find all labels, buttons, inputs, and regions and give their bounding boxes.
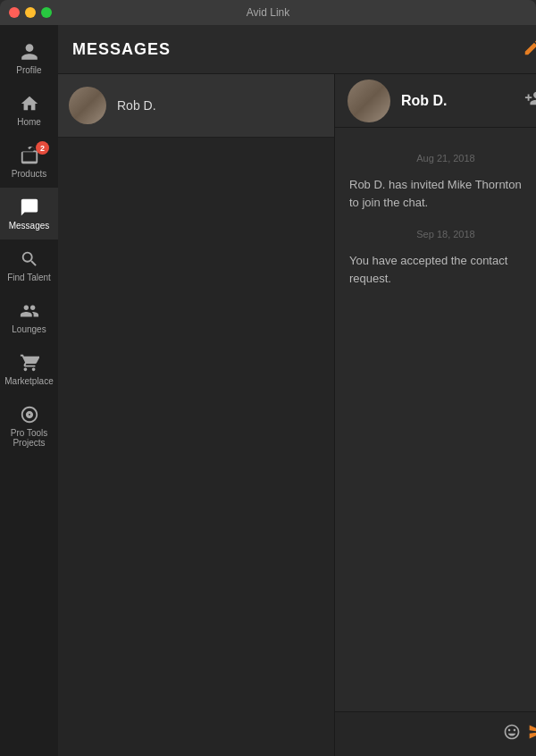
message-invite: Rob D. has invited Mike Thornton to join… [349, 176, 523, 211]
chat-area: Rob D. Aug 21, 2018 Rob D. has invited M… [335, 74, 536, 756]
sidebar-item-products[interactable]: 2 Products [0, 136, 58, 188]
conversation-name-rob-d: Rob D. [117, 98, 156, 113]
sidebar-item-pro-tools[interactable]: Pro Tools Projects [0, 395, 58, 457]
maximize-button[interactable] [41, 7, 52, 18]
window-title: Avid Link [247, 6, 289, 19]
chat-header: Rob D. [335, 74, 536, 128]
person-icon [19, 41, 40, 63]
sidebar-label-find-talent: Find Talent [7, 273, 51, 282]
send-icon [528, 723, 536, 741]
sidebar-item-marketplace[interactable]: Marketplace [0, 343, 58, 395]
add-contact-icon [524, 88, 536, 108]
products-badge: 2 [36, 141, 49, 155]
chat-contact-name: Rob D. [401, 93, 448, 109]
chat-messages: Aug 21, 2018 Rob D. has invited Mike Tho… [335, 128, 536, 711]
date-divider-sep: Sep 18, 2018 [349, 229, 536, 239]
emoji-icon [503, 723, 521, 741]
sidebar-label-marketplace: Marketplace [4, 376, 53, 386]
minimize-button[interactable] [25, 7, 36, 18]
compose-icon [523, 38, 536, 57]
send-button[interactable] [528, 723, 536, 745]
messages-icon [19, 197, 40, 218]
title-bar: Avid Link [0, 0, 536, 25]
sidebar-item-find-talent[interactable]: Find Talent [0, 239, 58, 291]
avatar-rob-d [69, 87, 106, 124]
pro-tools-icon [19, 404, 40, 425]
emoji-button[interactable] [503, 723, 521, 745]
add-contact-button[interactable] [524, 88, 536, 113]
sidebar-item-lounges[interactable]: Lounges [0, 291, 58, 343]
sidebar-item-home[interactable]: Home [0, 84, 58, 136]
app-body: Profile Home 2 Products Messages [0, 25, 536, 756]
sidebar-item-profile[interactable]: Profile [0, 32, 58, 84]
marketplace-icon [19, 352, 40, 374]
home-icon [19, 93, 40, 114]
date-divider-aug: Aug 21, 2018 [349, 153, 536, 164]
message-accepted: You have accepted the contact request. [349, 252, 523, 287]
find-talent-icon [19, 248, 40, 270]
sidebar-label-messages: Messages [9, 221, 50, 231]
compose-button[interactable] [523, 38, 536, 62]
sidebar: Profile Home 2 Products Messages [0, 25, 58, 756]
conversation-list: Rob D. [58, 74, 335, 756]
chat-input-area [335, 711, 536, 756]
content-area: MESSAGES Rob D. [58, 25, 536, 756]
conversation-item-rob-d[interactable]: Rob D. [58, 74, 334, 138]
messages-header: MESSAGES [58, 25, 536, 74]
lounges-icon [19, 300, 40, 322]
sidebar-label-lounges: Lounges [12, 324, 46, 334]
sidebar-label-profile: Profile [16, 65, 41, 75]
page-title: MESSAGES [72, 40, 171, 59]
messages-panel: Rob D. Rob D. [58, 74, 536, 756]
traffic-lights [9, 7, 52, 18]
chat-user-info: Rob D. [348, 80, 448, 122]
sidebar-item-messages[interactable]: Messages [0, 188, 58, 239]
close-button[interactable] [9, 7, 20, 18]
chat-input[interactable] [346, 727, 496, 741]
sidebar-label-products: Products [12, 169, 46, 179]
sidebar-label-home: Home [17, 117, 41, 127]
chat-avatar [348, 80, 390, 122]
sidebar-label-pro-tools: Pro Tools Projects [0, 428, 58, 448]
